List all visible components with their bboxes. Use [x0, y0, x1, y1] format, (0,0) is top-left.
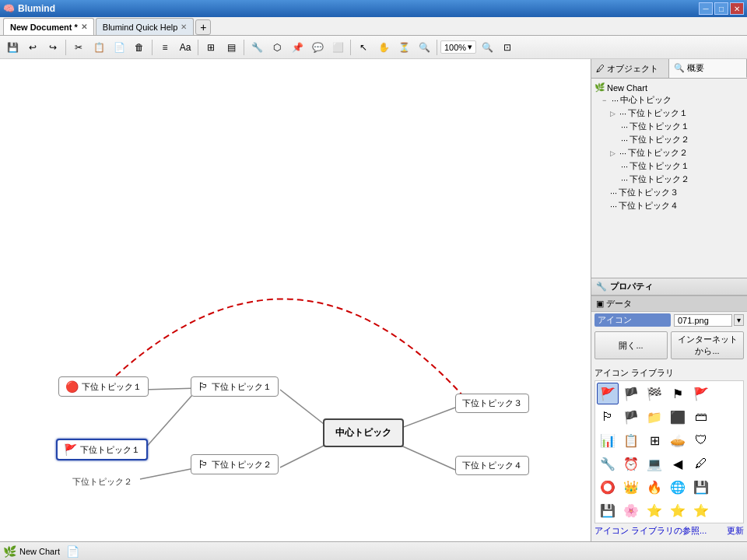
node-l1sub1-icon: 🏳 — [198, 380, 209, 393]
tab-close-quick-help[interactable]: ✕ — [181, 23, 187, 31]
new-tab-button[interactable]: + — [195, 19, 211, 35]
minimize-button[interactable]: ─ — [699, 2, 713, 15]
tree-view[interactable]: 🌿 New Chart − ··· 中心トピック ▷ ··· 下位トピック１ ·… — [591, 79, 747, 278]
center-node-label: 中心トピック — [335, 427, 391, 438]
link-button[interactable]: 📌 — [288, 38, 307, 57]
paste-button[interactable]: 📄 — [110, 38, 128, 57]
tab-close-new-document[interactable]: ✕ — [81, 23, 87, 31]
zoom-dropdown[interactable]: 100% ▾ — [440, 40, 476, 54]
icon-cell-22[interactable]: 🔥 — [644, 476, 665, 498]
tab-new-document[interactable]: New Document * ✕ — [3, 18, 94, 35]
maximize-button[interactable]: □ — [714, 2, 728, 15]
icon-cell-0[interactable]: 🚩 — [597, 383, 619, 404]
zoom-out-button[interactable]: 🔍 — [478, 38, 496, 57]
icon-dropdown-button[interactable]: ▾ — [734, 314, 744, 326]
tab-quick-help[interactable]: Blumind Quick Help ✕ — [96, 18, 195, 35]
copy-button[interactable]: 📋 — [89, 38, 108, 57]
tree-l2-child2[interactable]: ··· 下位トピック２ — [594, 173, 744, 186]
icon-cell-2[interactable]: 🏁 — [644, 383, 665, 404]
node-l2[interactable]: 下位トピック２ — [66, 473, 139, 491]
insert-button[interactable]: 🔧 — [247, 38, 266, 57]
node-r3[interactable]: 下位トピック３ — [455, 394, 529, 413]
icon-cell-26[interactable]: 🌸 — [620, 499, 642, 521]
tree-l2-child1[interactable]: ··· 下位トピック１ — [594, 159, 744, 173]
icon-cell-20[interactable]: ⭕ — [597, 476, 619, 498]
tree-root[interactable]: 🌿 New Chart — [594, 82, 744, 93]
icon-cell-11[interactable]: 📋 — [620, 429, 642, 451]
icon-cell-5[interactable]: 🏳 — [597, 406, 619, 428]
tree-l2-parent[interactable]: ▷ ··· 下位トピック２ — [594, 146, 744, 159]
node-l1[interactable]: 🔴 下位トピック１ — [58, 376, 149, 397]
internet-button[interactable]: インターネットから... — [671, 331, 744, 359]
toolbar: 💾 ↩ ↪ ✂ 📋 📄 🗑 ≡ Aa ⊞ ▤ 🔧 ⬡ 📌 💬 ⬜ ↖ ✋ ⏳ 🔍… — [0, 36, 747, 59]
search-button[interactable]: 🔍 — [415, 38, 433, 57]
layout-grid-button[interactable]: ⊞ — [202, 38, 220, 57]
icon-cell-1[interactable]: 🏴 — [620, 383, 642, 404]
status-chart-icon: 🌿 — [3, 545, 16, 558]
icon-cell-28[interactable]: ⭐ — [667, 499, 689, 521]
panel-tab-objects[interactable]: 🖊 オブジェクト — [591, 59, 669, 78]
node-l1sub1[interactable]: 🏳 下位トピック１ — [191, 376, 279, 397]
icon-cell-3[interactable]: ⚑ — [667, 383, 689, 404]
format-button[interactable]: ≡ — [156, 38, 174, 57]
icon-cell-18[interactable]: ◀ — [667, 453, 689, 474]
select-button[interactable]: ↖ — [354, 38, 373, 57]
tree-l1-parent[interactable]: ▷ ··· 下位トピック１ — [594, 107, 744, 120]
icon-cell-7[interactable]: 📁 — [644, 406, 665, 428]
node-l2sub2[interactable]: 🏳 下位トピック２ — [191, 454, 279, 474]
icon-cell-10[interactable]: 📊 — [597, 429, 619, 451]
icon-cell-19[interactable]: 🖊 — [690, 453, 712, 474]
update-label[interactable]: 更新 — [727, 525, 744, 537]
pan-button[interactable]: ✋ — [374, 38, 393, 57]
icon-label[interactable]: アイコン — [594, 313, 671, 327]
timer-button[interactable]: ⏳ — [395, 38, 413, 57]
icon-cell-17[interactable]: 💻 — [644, 453, 665, 474]
icon-cell-13[interactable]: 🥧 — [667, 429, 689, 451]
box-button[interactable]: ⬜ — [328, 38, 347, 57]
icon-cell-15[interactable]: 🔧 — [597, 453, 619, 474]
redo-button[interactable]: ↪ — [44, 38, 62, 57]
tree-center[interactable]: − ··· 中心トピック — [594, 93, 744, 107]
icon-cell-16[interactable]: ⏰ — [620, 453, 642, 474]
save-button[interactable]: 💾 — [3, 38, 22, 57]
status-item-2: 📄 — [66, 545, 79, 558]
close-button[interactable]: ✕ — [730, 2, 744, 15]
undo-button[interactable]: ↩ — [23, 38, 42, 57]
tree-l1-parent-arrow: ▷ — [610, 110, 618, 117]
note-button[interactable]: 💬 — [308, 38, 327, 57]
canvas-area[interactable]: 中心トピック 下位トピック３ 下位トピック４ 🏳 下位トピック１ 🏳 下位トピッ… — [0, 59, 591, 541]
tree-r3[interactable]: ··· 下位トピック３ — [594, 186, 744, 199]
fit-button[interactable]: ⊡ — [498, 38, 517, 57]
icon-cell-9[interactable]: 🗃 — [690, 406, 712, 428]
titlebar-controls: ─ □ ✕ — [699, 2, 744, 15]
tree-l1-child1-label: 下位トピック１ — [630, 121, 689, 132]
layout-button[interactable]: ▤ — [222, 38, 240, 57]
open-button[interactable]: 開く... — [594, 331, 668, 359]
icon-cell-4[interactable]: 🚩 — [690, 383, 712, 404]
icon-cell-23[interactable]: 🌐 — [667, 476, 689, 498]
tree-l1-child1[interactable]: ··· 下位トピック１ — [594, 120, 744, 133]
tree-r4[interactable]: ··· 下位トピック４ — [594, 199, 744, 212]
main-area: 中心トピック 下位トピック３ 下位トピック４ 🏳 下位トピック１ 🏳 下位トピッ… — [0, 59, 747, 541]
font-button[interactable]: Aa — [176, 38, 195, 57]
icon-cell-6[interactable]: 🏴 — [620, 406, 642, 428]
shape-button[interactable]: ⬡ — [268, 38, 286, 57]
icon-cell-14[interactable]: 🛡 — [690, 429, 712, 451]
icon-grid: 🚩🏴🏁⚑🚩🏳🏴📁⬛🗃📊📋⊞🥧🛡🔧⏰💻◀🖊⭕👑🔥🌐💾💾🌸⭐⭐⭐ — [594, 380, 744, 523]
icon-cell-29[interactable]: ⭐ — [690, 499, 712, 521]
tree-l1-child2[interactable]: ··· 下位トピック２ — [594, 133, 744, 146]
icon-cell-12[interactable]: ⊞ — [644, 429, 665, 451]
icon-cell-24[interactable]: 💾 — [690, 476, 712, 498]
icon-cell-21[interactable]: 👑 — [620, 476, 642, 498]
panel-tab-summary[interactable]: 🔍 概要 — [669, 59, 747, 78]
node-ll1[interactable]: 🚩 下位トピック１ — [56, 439, 148, 460]
icon-cell-27[interactable]: ⭐ — [644, 499, 665, 521]
icon-library-link[interactable]: アイコン ライブラリの参照... — [594, 525, 707, 537]
cut-button[interactable]: ✂ — [69, 38, 88, 57]
node-r4[interactable]: 下位トピック４ — [455, 456, 529, 475]
icon-cell-8[interactable]: ⬛ — [667, 406, 689, 428]
statusbar: 🌿 New Chart 📄 — [0, 541, 747, 560]
delete-button[interactable]: 🗑 — [130, 38, 149, 57]
icon-cell-25[interactable]: 💾 — [597, 499, 619, 521]
center-node[interactable]: 中心トピック — [323, 418, 404, 447]
